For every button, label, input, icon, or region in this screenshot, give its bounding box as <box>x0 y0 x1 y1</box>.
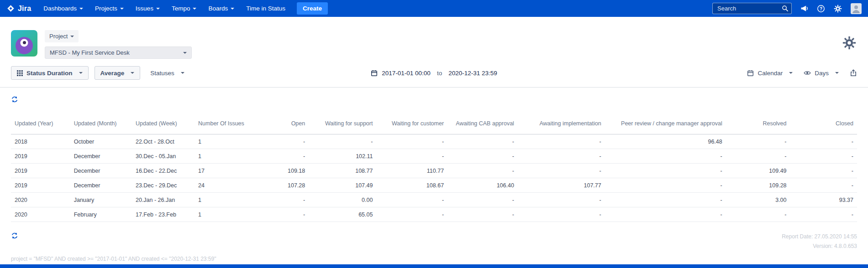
table-row: 2019December16.Dec - 22.Dec17109.18108.7… <box>11 164 857 178</box>
table-cell: - <box>255 134 309 149</box>
admin-gear-icon[interactable] <box>834 5 842 13</box>
table-row: 2018October22.Oct - 28.Oct1-----96.48-- <box>11 134 857 149</box>
metric-button[interactable]: Average <box>95 66 141 80</box>
column-header: Waiting for support <box>309 118 376 134</box>
table-row: 2020January20.Jan - 26.Jan1-0.00----3.00… <box>11 193 857 207</box>
table-cell: 108.67 <box>376 178 447 193</box>
table-cell: 16.Dec - 22.Dec <box>132 164 195 178</box>
refresh-button[interactable] <box>11 96 18 103</box>
table-cell: 1 <box>195 193 255 207</box>
table-cell: 1 <box>195 134 255 149</box>
statuses-label: Statuses <box>150 70 174 77</box>
report-type-button[interactable]: Status Duration <box>11 66 89 80</box>
chevron-down-icon <box>183 52 187 54</box>
eye-icon <box>804 69 811 77</box>
date-separator: to <box>435 70 444 77</box>
nav-item-boards[interactable]: Boards <box>202 0 240 17</box>
jira-logo[interactable]: Jira <box>6 4 31 13</box>
chevron-down-icon <box>193 8 196 10</box>
column-header: Open <box>255 118 309 134</box>
date-from: 2017-01-01 00:00 <box>382 70 431 77</box>
table-cell: - <box>255 207 309 222</box>
table-cell: 24 <box>195 178 255 193</box>
table-cell: - <box>447 207 518 222</box>
report-version: Version: 4.8.0.653 <box>782 242 857 251</box>
nav-item-issues[interactable]: Issues <box>130 0 166 17</box>
table-cell: - <box>605 178 726 193</box>
table-cell: 109.28 <box>726 178 790 193</box>
table-cell: - <box>309 134 376 149</box>
report-date: Report Date: 27.05.2020 14:55 <box>782 232 857 242</box>
table-cell: December <box>70 164 132 178</box>
calendar-mode-dropdown[interactable]: Calendar <box>747 70 793 77</box>
nav-item-label: Dashboards <box>43 5 77 12</box>
report-type-label: Status Duration <box>26 70 73 77</box>
table-cell: - <box>726 149 790 164</box>
table-cell: December <box>70 178 132 193</box>
table-cell: 106.40 <box>447 178 518 193</box>
table-cell: 2019 <box>11 178 70 193</box>
search-input[interactable] <box>712 3 792 14</box>
table-cell: - <box>726 207 790 222</box>
table-cell: - <box>518 164 605 178</box>
table-cell: - <box>518 134 605 149</box>
chevron-down-icon <box>181 72 184 74</box>
column-header: Closed <box>790 118 857 134</box>
table-cell: - <box>790 134 857 149</box>
statuses-dropdown[interactable]: Statuses <box>146 66 189 80</box>
refresh-button-bottom[interactable] <box>11 232 18 239</box>
project-select[interactable]: MFSD - My First Service Desk <box>45 46 192 59</box>
search-icon[interactable] <box>782 5 789 12</box>
export-button[interactable] <box>850 69 857 77</box>
chevron-down-icon <box>79 8 83 10</box>
help-icon[interactable]: ? <box>817 5 825 13</box>
table-cell: - <box>376 207 447 222</box>
feedback-megaphone-icon[interactable] <box>800 5 808 12</box>
table-cell: 109.18 <box>255 164 309 178</box>
table-cell: - <box>376 193 447 207</box>
project-select-value: MFSD - My First Service Desk <box>50 49 130 56</box>
nav-item-time-in-status[interactable]: Time in Status <box>240 0 291 17</box>
report-settings-gear-icon[interactable] <box>842 36 856 50</box>
column-header: Awaiting CAB approval <box>447 118 518 134</box>
table-cell: 107.28 <box>255 178 309 193</box>
calendar-icon <box>371 70 378 77</box>
table-cell: January <box>70 193 132 207</box>
table-cell: - <box>518 149 605 164</box>
table-cell: October <box>70 134 132 149</box>
table-cell: 3.00 <box>726 193 790 207</box>
table-cell: 17.Feb - 23.Feb <box>132 207 195 222</box>
table-cell: - <box>605 164 726 178</box>
date-to: 2020-12-31 23:59 <box>448 70 497 77</box>
column-header: Updated (Year) <box>11 118 70 134</box>
create-button[interactable]: Create <box>297 2 328 15</box>
table-cell: 0.00 <box>309 193 376 207</box>
table-cell: 2020 <box>11 207 70 222</box>
search-box <box>712 3 792 14</box>
table-cell: - <box>255 193 309 207</box>
table-cell: - <box>255 149 309 164</box>
report-content: Updated (Year)Updated (Month)Updated (We… <box>0 88 868 264</box>
table-cell: - <box>447 149 518 164</box>
nav-item-label: Tempo <box>172 5 190 12</box>
nav-item-dashboards[interactable]: Dashboards <box>37 0 89 17</box>
table-cell: 1 <box>195 149 255 164</box>
column-header: Updated (Month) <box>70 118 132 134</box>
nav-item-label: Boards <box>208 5 228 12</box>
nav-item-projects[interactable]: Projects <box>89 0 130 17</box>
scope-label: Project <box>49 33 68 40</box>
date-range-picker[interactable]: 2017-01-01 00:00 to 2020-12-31 23:59 <box>371 70 497 77</box>
table-cell: 2018 <box>11 134 70 149</box>
table-cell: - <box>447 134 518 149</box>
unit-dropdown[interactable]: Days <box>804 69 839 77</box>
table-cell: - <box>605 149 726 164</box>
column-header: Waiting for customer <box>376 118 447 134</box>
scope-dropdown[interactable]: Project <box>45 30 79 42</box>
nav-item-tempo[interactable]: Tempo <box>166 0 203 17</box>
table-cell: - <box>790 149 857 164</box>
table-cell: 107.49 <box>309 178 376 193</box>
chevron-down-icon <box>231 8 234 10</box>
chevron-down-icon <box>120 8 124 10</box>
table-cell: 102.11 <box>309 149 376 164</box>
user-avatar[interactable] <box>851 3 862 14</box>
